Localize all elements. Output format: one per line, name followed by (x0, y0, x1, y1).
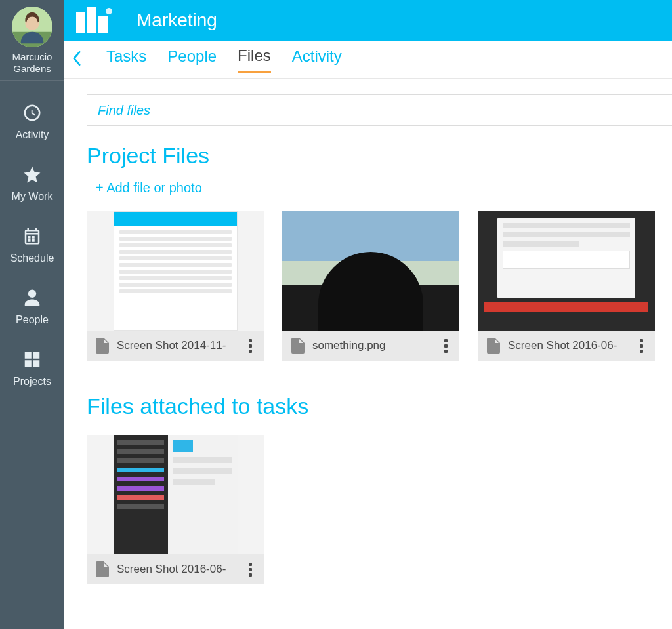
sidebar-item-activity[interactable]: Activity (0, 91, 64, 153)
sidebar-item-people[interactable]: People (0, 276, 64, 338)
file-menu-button[interactable] (243, 339, 257, 353)
add-file-button[interactable]: + Add file or photo (96, 180, 202, 195)
calendar-icon (0, 226, 64, 249)
file-menu-button[interactable] (243, 563, 257, 577)
content-area: Project Files + Add file or photo Screen… (64, 79, 672, 629)
file-thumbnail (87, 211, 264, 331)
file-icon (291, 338, 304, 354)
user-name: Marcucio Gardens (0, 51, 64, 80)
star-icon (0, 165, 64, 187)
file-thumbnail (87, 435, 264, 554)
file-icon (487, 338, 500, 354)
file-card[interactable]: Screen Shot 2014-11- (87, 211, 264, 361)
sidebar-item-projects[interactable]: Projects (0, 338, 64, 399)
section-title-project-files: Project Files (87, 143, 672, 169)
tab-files[interactable]: Files (238, 47, 271, 73)
file-name: Screen Shot 2014-11- (117, 339, 235, 352)
tab-activity[interactable]: Activity (292, 47, 342, 72)
file-info-bar: something.png (282, 331, 459, 361)
file-menu-button[interactable] (438, 339, 453, 353)
sidebar-nav: Activity My Work Schedule People Project (0, 91, 64, 399)
file-name: Screen Shot 2016-06- (117, 563, 235, 576)
task-files-grid: Screen Shot 2016-06- (87, 435, 672, 584)
sidebar-item-mywork[interactable]: My Work (0, 153, 64, 214)
project-files-grid: Screen Shot 2014-11- something.png (87, 211, 672, 361)
file-name: Screen Shot 2016-06- (508, 339, 626, 352)
file-card[interactable]: something.png (282, 211, 459, 361)
file-card[interactable]: Screen Shot 2016-06- (478, 211, 655, 361)
user-avatar[interactable] (12, 7, 52, 47)
search-input[interactable] (87, 94, 672, 126)
sidebar-item-label: Schedule (10, 253, 54, 264)
file-info-bar: Screen Shot 2016-06- (87, 554, 264, 584)
file-card[interactable]: Screen Shot 2016-06- (87, 435, 264, 584)
clock-icon (0, 103, 64, 125)
file-name: something.png (312, 339, 430, 352)
main-area: Marketing Tasks People Files Activity Pr… (64, 0, 672, 629)
svg-point-6 (106, 8, 112, 14)
file-icon (96, 338, 109, 354)
file-icon (96, 561, 109, 577)
app-logo[interactable] (76, 7, 114, 33)
sidebar-item-label: Projects (13, 376, 51, 387)
sidebar-item-label: Activity (16, 129, 49, 140)
page-title: Marketing (136, 10, 217, 31)
svg-rect-3 (76, 12, 85, 33)
section-title-task-files: Files attached to tasks (87, 394, 672, 419)
sidebar-item-label: People (16, 314, 49, 325)
person-icon (0, 288, 64, 310)
sidebar-item-schedule[interactable]: Schedule (0, 214, 64, 276)
file-menu-button[interactable] (634, 339, 648, 353)
sidebar-item-label: My Work (12, 191, 53, 202)
sidebar: Marcucio Gardens Activity My Work Schedu… (0, 0, 64, 629)
file-thumbnail (478, 211, 655, 331)
top-bar: Marketing (64, 0, 672, 41)
tabs-row: Tasks People Files Activity (64, 41, 672, 79)
svg-rect-4 (87, 7, 96, 33)
file-thumbnail (282, 211, 459, 331)
grid-icon (0, 350, 64, 372)
file-info-bar: Screen Shot 2016-06- (478, 331, 655, 361)
back-button[interactable] (68, 51, 85, 68)
sidebar-divider (0, 80, 64, 81)
tab-tasks[interactable]: Tasks (106, 47, 146, 72)
file-info-bar: Screen Shot 2014-11- (87, 331, 264, 361)
tab-people[interactable]: People (167, 47, 217, 72)
svg-rect-5 (98, 16, 108, 33)
chevron-left-icon (72, 52, 81, 69)
